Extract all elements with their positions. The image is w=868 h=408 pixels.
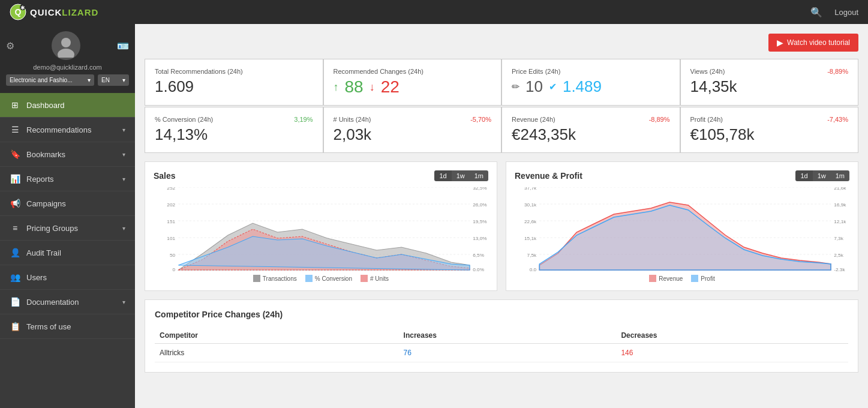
svg-text:37,7k: 37,7k bbox=[524, 187, 537, 191]
legend-label: Transactions bbox=[263, 275, 297, 282]
period-1w-button[interactable]: 1w bbox=[452, 170, 470, 181]
chevron-down-icon: ▾ bbox=[122, 151, 125, 158]
nav-item-left: 📢 Campaigns bbox=[10, 199, 66, 208]
legend-label: Profit bbox=[701, 275, 714, 282]
sidebar-dropdowns: Electronic and Fashio... ▾ EN ▾ bbox=[6, 74, 129, 86]
gear-icon[interactable]: ⚙ bbox=[6, 40, 14, 52]
svg-text:30,1k: 30,1k bbox=[524, 202, 537, 208]
topbar-right: 🔍 Logout bbox=[810, 7, 858, 18]
sidebar-item-documentation[interactable]: 📄 Documentation ▾ bbox=[0, 290, 135, 314]
legend-color bbox=[305, 275, 313, 282]
sales-chart-area: 252 202 151 101 50 0 32,5% 26,0% 19,5% 1… bbox=[154, 187, 488, 271]
nav-icon: ≡ bbox=[10, 223, 20, 233]
nav-item-left: 🔖 Bookmarks bbox=[10, 149, 65, 159]
nav-item-left: ⊞ Dashboard bbox=[10, 100, 65, 110]
increases-value[interactable]: 76 bbox=[399, 344, 617, 362]
stat-label: # Units (24h) bbox=[334, 116, 371, 123]
legend-transactions: Transactions bbox=[253, 275, 297, 282]
period-1m-button[interactable]: 1m bbox=[470, 170, 488, 181]
period-1m-button[interactable]: 1m bbox=[831, 170, 849, 181]
sidebar: ⚙ 🪪 demo@quicklizard.com Electronic and … bbox=[0, 24, 135, 408]
arrow-up-icon: ↑ bbox=[334, 81, 339, 94]
legend-color bbox=[691, 275, 698, 282]
logout-button[interactable]: Logout bbox=[834, 8, 858, 17]
stat-label: Views (24h) bbox=[690, 68, 725, 75]
stat-value: 2,03k bbox=[334, 125, 492, 144]
nav-item-left: ≡ Pricing Groups bbox=[10, 223, 78, 233]
stat-revenue: Revenue (24h) -8,89% €243,35k bbox=[502, 107, 680, 152]
stat-change: -8,89% bbox=[827, 68, 848, 75]
revenue-chart-card: Revenue & Profit 1d 1w 1m bbox=[506, 161, 858, 291]
svg-text:151: 151 bbox=[167, 219, 175, 224]
stat-label: Revenue (24h) bbox=[512, 116, 555, 123]
stat-total-recommendations: Total Recommendations (24h) 1.609 bbox=[145, 59, 323, 105]
user-icons-row: ⚙ 🪪 bbox=[6, 31, 129, 60]
sales-chart-legend: Transactions % Conversion # Units bbox=[154, 275, 488, 282]
legend-profit: Profit bbox=[691, 275, 714, 282]
svg-text:22,6k: 22,6k bbox=[524, 219, 537, 224]
main-layout: ⚙ 🪪 demo@quicklizard.com Electronic and … bbox=[0, 24, 868, 408]
period-1d-button[interactable]: 1d bbox=[434, 170, 451, 181]
legend-color bbox=[253, 275, 260, 282]
nav-item-left: 📊 Reports bbox=[10, 174, 54, 184]
legend-color bbox=[649, 275, 656, 282]
sidebar-item-audit-trail[interactable]: 👤 Audit Trail bbox=[0, 241, 135, 265]
nav-label: Reports bbox=[26, 175, 54, 184]
stat-label: Total Recommendations (24h) bbox=[155, 68, 243, 75]
sidebar-item-bookmarks[interactable]: 🔖 Bookmarks ▾ bbox=[0, 142, 135, 167]
stat-conversion: % Conversion (24h) 3,19% 14,13% bbox=[145, 107, 323, 152]
chevron-down-icon: ▾ bbox=[122, 225, 125, 232]
stat-label: Profit (24h) bbox=[690, 116, 723, 123]
language-dropdown[interactable]: EN ▾ bbox=[98, 74, 129, 86]
sidebar-item-reports[interactable]: 📊 Reports ▾ bbox=[0, 167, 135, 191]
svg-text:7,5k: 7,5k bbox=[527, 253, 537, 258]
legend-revenue: Revenue bbox=[649, 275, 683, 282]
stat-value-up: 88 bbox=[345, 77, 364, 97]
stat-value: 1.609 bbox=[155, 77, 313, 96]
stat-recommended-changes: Recommended Changes (24h) ↑ 88 ↓ 22 bbox=[324, 59, 501, 105]
youtube-icon: ▶ bbox=[777, 38, 783, 47]
stat-change: -7,43% bbox=[827, 116, 848, 123]
period-1d-button[interactable]: 1d bbox=[795, 170, 812, 181]
decreases-value[interactable]: 146 bbox=[616, 344, 848, 362]
competitor-name: Alltricks bbox=[155, 344, 399, 362]
nav-icon: 📄 bbox=[10, 297, 20, 307]
nav-label: Audit Trail bbox=[26, 248, 61, 257]
store-dropdown[interactable]: Electronic and Fashio... ▾ bbox=[6, 74, 94, 86]
sidebar-item-users[interactable]: 👥 Users bbox=[0, 265, 135, 290]
user-email: demo@quicklizard.com bbox=[33, 64, 102, 71]
stat-label: % Conversion (24h) bbox=[155, 116, 213, 123]
stat-value-row: ↑ 88 ↓ 22 bbox=[334, 77, 492, 97]
stat-pencil-value: 10 bbox=[525, 77, 543, 96]
chevron-down-icon: ▾ bbox=[122, 299, 125, 305]
svg-text:50: 50 bbox=[170, 253, 176, 258]
legend-label: # Units bbox=[370, 275, 389, 282]
logo: Q ✱ QUICKLIZARD bbox=[10, 4, 98, 20]
revenue-period-buttons: 1d 1w 1m bbox=[795, 170, 849, 181]
legend-conversion: % Conversion bbox=[305, 275, 352, 282]
stat-value: 14,35k bbox=[690, 77, 849, 96]
chevron-down-icon: ▾ bbox=[122, 127, 125, 133]
sales-chart-title: Sales bbox=[154, 171, 176, 181]
period-1w-button[interactable]: 1w bbox=[813, 170, 831, 181]
card-icon[interactable]: 🪪 bbox=[117, 40, 129, 52]
sidebar-item-terms[interactable]: 📋 Terms of use bbox=[0, 314, 135, 339]
nav-label: Dashboard bbox=[26, 101, 65, 110]
nav-item-left: 👤 Audit Trail bbox=[10, 248, 61, 257]
sidebar-item-recommendations[interactable]: ☰ Recommendations ▾ bbox=[0, 118, 135, 142]
sidebar-item-campaigns[interactable]: 📢 Campaigns bbox=[0, 191, 135, 216]
svg-text:0,0%: 0,0% bbox=[473, 267, 484, 271]
sidebar-item-pricing-groups[interactable]: ≡ Pricing Groups ▾ bbox=[0, 216, 135, 241]
sidebar-item-dashboard[interactable]: ⊞ Dashboard bbox=[0, 93, 135, 118]
stat-check-value: 1.489 bbox=[563, 77, 602, 96]
watch-video-button[interactable]: ▶ Watch video tutorial bbox=[768, 34, 858, 52]
nav-label: Terms of use bbox=[26, 322, 71, 331]
table-row: Alltricks 76 146 bbox=[155, 344, 848, 362]
svg-text:252: 252 bbox=[167, 187, 175, 191]
search-icon[interactable]: 🔍 bbox=[810, 7, 822, 18]
competitor-card: Competitor Price Changes (24h) Competito… bbox=[145, 299, 858, 373]
nav-item-left: 📋 Terms of use bbox=[10, 322, 71, 331]
svg-text:0,0: 0,0 bbox=[530, 267, 537, 271]
sidebar-nav: ⊞ Dashboard ☰ Recommendations ▾ 🔖 Bookma… bbox=[0, 93, 135, 339]
nav-icon: 📢 bbox=[10, 199, 20, 208]
